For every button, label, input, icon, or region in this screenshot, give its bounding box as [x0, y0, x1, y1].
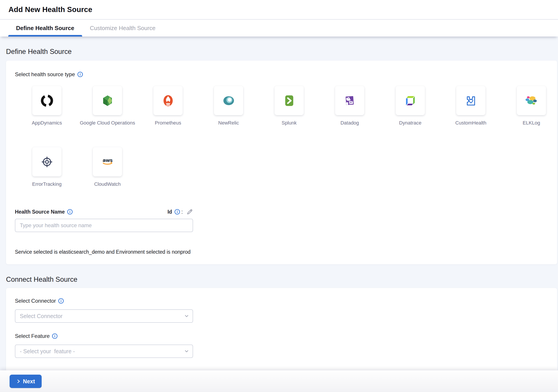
tile-label: NewRelic: [218, 120, 239, 126]
edit-id-pencil-icon[interactable]: [186, 209, 193, 215]
tile-label: AppDynamics: [32, 120, 62, 126]
tile-label: Google Cloud Operations: [80, 120, 135, 126]
connect-health-source-card: Select Connector Select Connector Select…: [6, 288, 557, 372]
next-button[interactable]: Next: [9, 375, 42, 388]
source-cloudwatch: aws CloudWatch: [93, 147, 122, 187]
tab-customize-health-source[interactable]: Customize Health Source: [82, 20, 163, 36]
define-health-source-card: Select health source type AppDynamics: [6, 61, 557, 264]
newrelic-tile[interactable]: [214, 86, 243, 115]
source-prometheus: Prometheus: [153, 86, 183, 126]
id-label: Id: [167, 209, 172, 215]
splunk-icon: [282, 93, 296, 108]
wizard-footer: Next: [0, 370, 558, 392]
select-feature-label-row: Select Feature: [15, 333, 548, 339]
info-icon[interactable]: [58, 298, 64, 304]
source-dynatrace: Dynatrace: [396, 86, 425, 126]
datadog-tile[interactable]: [335, 86, 364, 115]
info-icon[interactable]: [174, 209, 180, 215]
google-cloud-operations-icon: [100, 93, 115, 108]
id-colon: :: [182, 209, 183, 215]
google-cloud-operations-tile[interactable]: [93, 86, 122, 115]
dynatrace-icon: [403, 93, 418, 108]
customhealth-tile[interactable]: [456, 86, 485, 115]
id-group: Id :: [167, 209, 193, 215]
tab-bar: Define Health Source Customize Health So…: [0, 20, 558, 36]
tile-row: AppDynamics Google Cloud Operations: [32, 86, 548, 126]
select-type-label: Select health source type: [15, 71, 75, 78]
feature-select-placeholder: - Select your feature -: [20, 348, 75, 355]
service-environment-note: Service selected is elasticsearch_demo a…: [15, 249, 548, 255]
newrelic-icon: [221, 93, 236, 108]
chevron-right-icon: [16, 379, 21, 383]
define-section-heading: Define Health Source: [6, 48, 558, 56]
appdynamics-icon: [40, 93, 54, 108]
connect-section-heading: Connect Health Source: [6, 276, 558, 284]
errortracking-icon: [40, 155, 54, 169]
select-feature-label: Select Feature: [15, 333, 50, 339]
errortracking-tile[interactable]: [32, 147, 61, 176]
select-connector-label: Select Connector: [15, 298, 56, 304]
tile-label: Dynatrace: [399, 120, 421, 126]
page-title: Add New Health Source: [9, 5, 92, 14]
source-newrelic: NewRelic: [214, 86, 243, 126]
customhealth-icon: [464, 93, 478, 108]
source-splunk: Splunk: [275, 86, 304, 126]
tile-label: ELKLog: [523, 120, 540, 126]
next-button-label: Next: [23, 378, 35, 385]
tile-row: ErrorTracking aws CloudWatch: [32, 147, 548, 187]
tile-label: Datadog: [340, 120, 359, 126]
prometheus-icon: [161, 93, 175, 108]
connector-select-placeholder: Select Connector: [20, 313, 62, 319]
health-source-tile-grid: AppDynamics Google Cloud Operations: [32, 86, 548, 187]
health-source-name-input[interactable]: [15, 219, 193, 232]
appdynamics-tile[interactable]: [32, 86, 61, 115]
chevron-down-icon: [184, 348, 190, 354]
source-appdynamics: AppDynamics: [32, 86, 61, 126]
source-customhealth: CustomHealth: [456, 86, 485, 126]
cloudwatch-aws-icon: aws: [100, 155, 115, 169]
datadog-icon: [342, 93, 357, 108]
info-icon[interactable]: [77, 71, 83, 77]
elklog-tile[interactable]: [517, 86, 546, 115]
tab-label: Customize Health Source: [90, 25, 156, 32]
source-elklog: ELKLog: [517, 86, 546, 126]
elklog-icon: [524, 93, 539, 108]
drawer-header: Add New Health Source: [0, 0, 558, 20]
chevron-down-icon: [184, 313, 190, 319]
tab-define-health-source[interactable]: Define Health Source: [8, 20, 82, 36]
tile-label: ErrorTracking: [32, 181, 61, 187]
connector-select[interactable]: Select Connector: [15, 309, 193, 323]
feature-select[interactable]: - Select your feature -: [15, 345, 193, 358]
select-connector-label-row: Select Connector: [15, 298, 548, 304]
tile-label: CloudWatch: [94, 181, 121, 187]
cloudwatch-tile[interactable]: aws: [93, 147, 122, 176]
health-source-name-label-row: Health Source Name: [15, 209, 73, 215]
dynatrace-tile[interactable]: [396, 86, 425, 115]
splunk-tile[interactable]: [275, 86, 304, 115]
source-datadog: Datadog: [335, 86, 364, 126]
info-icon[interactable]: [52, 333, 58, 339]
health-source-name-row: Health Source Name Id :: [15, 209, 193, 215]
tile-label: Prometheus: [155, 120, 181, 126]
tab-label: Define Health Source: [16, 25, 74, 32]
tile-label: CustomHealth: [455, 120, 486, 126]
tile-label: Splunk: [282, 120, 296, 126]
source-google-cloud-operations: Google Cloud Operations: [93, 86, 122, 126]
prometheus-tile[interactable]: [153, 86, 183, 115]
source-errortracking: ErrorTracking: [32, 147, 61, 187]
info-icon[interactable]: [67, 209, 73, 215]
health-source-name-label: Health Source Name: [15, 209, 65, 215]
select-type-label-row: Select health source type: [15, 71, 548, 78]
